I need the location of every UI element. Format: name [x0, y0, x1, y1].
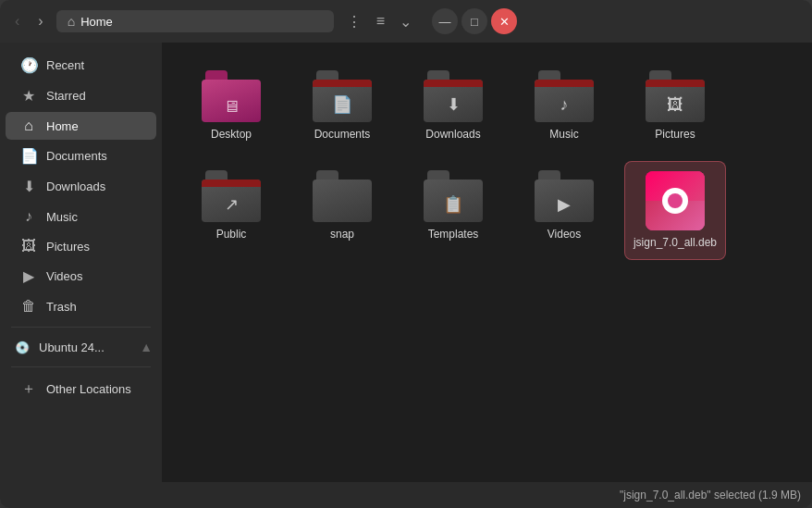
- file-name-pictures: Pictures: [655, 128, 695, 142]
- pictures-emblem: 🖼: [667, 95, 683, 115]
- minimize-button[interactable]: —: [432, 8, 458, 34]
- sidebar-item-downloads[interactable]: ⬇ Downloads: [6, 172, 156, 201]
- maximize-button[interactable]: □: [461, 8, 487, 34]
- deb-center: [662, 188, 688, 214]
- public-emblem: ↗: [225, 194, 239, 215]
- sidebar-item-trash[interactable]: 🗑 Trash: [6, 292, 156, 320]
- file-name-desktop: Desktop: [211, 128, 252, 142]
- sidebar-item-label: Documents: [46, 149, 107, 163]
- sidebar-item-label: Other Locations: [46, 382, 131, 396]
- file-name-downloads: Downloads: [425, 128, 480, 142]
- file-item-desktop[interactable]: 🖥 Desktop: [180, 61, 282, 152]
- home-icon: ⌂: [20, 118, 37, 134]
- file-name-jsign: jsign_7.0_all.deb: [634, 236, 717, 251]
- file-item-templates[interactable]: 📋 Templates: [402, 161, 504, 261]
- sidebar-item-label: Music: [46, 210, 78, 224]
- titlebar: ‹ › ⌂ Home ⋮ ≡ ⌄ — □ ✕: [0, 0, 812, 43]
- sidebar-item-label: Trash: [46, 300, 77, 314]
- eject-button[interactable]: ▲: [136, 336, 156, 358]
- downloads-emblem: ⬇: [447, 94, 461, 115]
- recent-icon: 🕐: [20, 56, 37, 74]
- statusbar: "jsign_7.0_all.deb" selected (1.9 MB): [0, 482, 812, 508]
- drive-icon: 💿: [15, 341, 30, 354]
- sidebar-item-label: Recent: [46, 58, 84, 72]
- documents-emblem: 📄: [332, 94, 352, 115]
- templates-emblem: 📋: [443, 194, 463, 215]
- downloads-icon: ⬇: [20, 178, 37, 195]
- folder-icon-templates: 📋: [424, 170, 483, 222]
- files-grid: 🖥 Desktop 📄 Documents: [180, 61, 794, 260]
- sidebar-item-label: Downloads: [46, 180, 105, 193]
- folder-icon-downloads: ⬇: [424, 70, 483, 122]
- deb-icon: [646, 171, 705, 230]
- sidebar-item-ubuntu: 💿 Ubuntu 24... ▲: [0, 334, 162, 360]
- sidebar-item-other-locations[interactable]: ＋ Other Locations: [6, 374, 156, 404]
- sidebar-item-videos[interactable]: ▶ Videos: [6, 262, 156, 291]
- file-item-jsign[interactable]: jsign_7.0_all.deb: [624, 161, 726, 261]
- sidebar-separator-2: [11, 366, 151, 367]
- file-item-public[interactable]: ↗ Public: [180, 161, 282, 261]
- file-item-videos[interactable]: ▶ Videos: [513, 161, 615, 261]
- view-toggle-button[interactable]: ≡: [371, 9, 390, 33]
- file-name-videos: Videos: [547, 228, 581, 242]
- sidebar-item-documents[interactable]: 📄 Documents: [6, 142, 156, 170]
- home-icon: ⌂: [68, 14, 75, 29]
- sidebar-item-label: Pictures: [46, 240, 90, 254]
- sidebar-item-starred[interactable]: ★ Starred: [6, 81, 156, 110]
- address-bar[interactable]: ⌂ Home: [56, 10, 334, 32]
- more-options-button[interactable]: ⋮: [341, 9, 367, 34]
- pictures-icon: 🖼: [20, 238, 37, 254]
- sidebar-item-recent[interactable]: 🕐 Recent: [6, 51, 156, 80]
- music-icon: ♪: [20, 208, 37, 225]
- folder-icon-videos: ▶: [535, 170, 594, 222]
- file-item-documents[interactable]: 📄 Documents: [291, 61, 393, 152]
- trash-icon: 🗑: [20, 298, 37, 315]
- starred-icon: ★: [20, 87, 37, 105]
- sidebar-item-music[interactable]: ♪ Music: [6, 203, 156, 230]
- folder-icon-snap: [313, 170, 372, 222]
- desktop-emblem: 🖥: [223, 97, 240, 117]
- file-name-public: Public: [216, 228, 247, 242]
- folder-icon-public: ↗: [202, 170, 261, 222]
- file-name-snap: snap: [330, 228, 354, 242]
- titlebar-actions: ⋮ ≡ ⌄: [341, 9, 417, 34]
- deb-inner: [668, 193, 683, 208]
- sidebar-item-label: Starred: [46, 89, 86, 103]
- file-name-templates: Templates: [428, 228, 479, 242]
- view-chevron-button[interactable]: ⌄: [394, 9, 417, 34]
- main-content: 🕐 Recent ★ Starred ⌂ Home 📄 Documents ⬇ …: [0, 43, 812, 482]
- files-window: ‹ › ⌂ Home ⋮ ≡ ⌄ — □ ✕ 🕐 Recent ★ Starre…: [0, 0, 812, 508]
- address-label: Home: [80, 15, 113, 29]
- sidebar-item-label: Home: [46, 119, 79, 133]
- forward-button[interactable]: ›: [32, 9, 48, 33]
- ubuntu-drive-item[interactable]: 💿 Ubuntu 24...: [6, 337, 136, 358]
- file-name-documents: Documents: [314, 128, 371, 142]
- videos-emblem: ▶: [558, 194, 571, 215]
- file-name-music: Music: [549, 128, 578, 142]
- sidebar-separator: [11, 327, 151, 328]
- status-text: "jsign_7.0_all.deb" selected (1.9 MB): [620, 489, 801, 502]
- documents-icon: 📄: [20, 147, 37, 165]
- folder-icon-documents: 📄: [313, 70, 372, 122]
- sidebar-item-pictures[interactable]: 🖼 Pictures: [6, 232, 156, 260]
- file-item-pictures[interactable]: 🖼 Pictures: [624, 61, 726, 152]
- music-emblem: ♪: [560, 95, 569, 115]
- sidebar-item-home[interactable]: ⌂ Home: [6, 112, 156, 140]
- folder-icon-pictures: 🖼: [646, 70, 705, 122]
- folder-icon-desktop: 🖥: [202, 70, 261, 122]
- sidebar-item-label: Ubuntu 24...: [39, 341, 105, 354]
- close-button[interactable]: ✕: [491, 8, 517, 34]
- back-button[interactable]: ‹: [9, 9, 25, 33]
- sidebar: 🕐 Recent ★ Starred ⌂ Home 📄 Documents ⬇ …: [0, 43, 162, 482]
- file-item-snap[interactable]: snap: [291, 161, 393, 261]
- videos-icon: ▶: [20, 267, 37, 285]
- file-item-music[interactable]: ♪ Music: [513, 61, 615, 152]
- window-controls: — □ ✕: [432, 8, 517, 34]
- file-area: 🖥 Desktop 📄 Documents: [162, 43, 812, 482]
- sidebar-item-label: Videos: [46, 269, 83, 283]
- folder-icon-music: ♪: [535, 70, 594, 122]
- other-locations-icon: ＋: [20, 379, 37, 399]
- file-item-downloads[interactable]: ⬇ Downloads: [402, 61, 504, 152]
